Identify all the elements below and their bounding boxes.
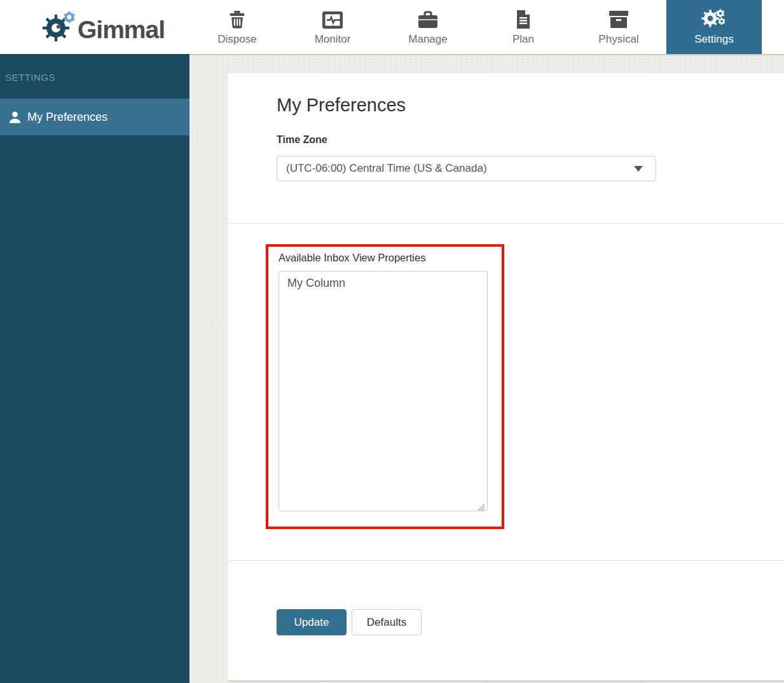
gimmal-gears-icon — [41, 9, 81, 46]
monitor-icon — [322, 9, 343, 29]
page-title: My Preferences — [277, 95, 406, 116]
update-button[interactable]: Update — [277, 609, 347, 635]
briefcase-icon — [417, 9, 439, 29]
nav-label: Manage — [408, 33, 447, 46]
nav-item-dispose[interactable]: Dispose — [189, 0, 285, 54]
document-icon — [515, 9, 532, 29]
timezone-select[interactable]: (UTC-06:00) Central Time (US & Canada) — [277, 156, 656, 181]
preferences-panel: My Preferences Time Zone (UTC-06:00) Cen… — [228, 73, 784, 682]
archive-box-icon — [608, 9, 629, 29]
nav-item-physical[interactable]: Physical — [571, 0, 666, 54]
annotation-highlight-box: Available Inbox View Properties My Colum… — [266, 244, 504, 529]
nav-item-monitor[interactable]: Monitor — [285, 0, 380, 54]
inbox-properties-listbox[interactable]: My Column — [279, 271, 488, 511]
action-button-row: Update Defaults — [277, 609, 422, 635]
top-navigation-bar: Gimmal Dispose — [0, 0, 784, 54]
nav-label: Dispose — [217, 33, 256, 46]
nav-label: Plan — [512, 33, 534, 46]
inbox-properties-label: Available Inbox View Properties — [279, 252, 425, 264]
sidebar-section-header: SETTINGS — [0, 54, 189, 83]
defaults-button[interactable]: Defaults — [352, 609, 422, 635]
chevron-down-icon — [634, 166, 643, 172]
primary-nav: Dispose Monitor — [189, 0, 762, 54]
user-icon — [8, 111, 22, 124]
app-window: Gimmal Dispose — [0, 0, 784, 683]
nav-label: Settings — [694, 33, 733, 46]
content-background: My Preferences Time Zone (UTC-06:00) Cen… — [189, 54, 784, 683]
gimmal-logo[interactable]: Gimmal — [41, 0, 165, 54]
nav-item-plan[interactable]: Plan — [476, 0, 571, 54]
brand-name: Gimmal — [78, 16, 165, 44]
gears-icon — [701, 9, 727, 29]
sidebar-item-label: My Preferences — [27, 111, 107, 124]
section-divider — [228, 223, 784, 224]
list-item[interactable]: My Column — [287, 277, 487, 290]
timezone-label: Time Zone — [277, 134, 327, 146]
trash-icon — [228, 9, 247, 29]
settings-sidebar: SETTINGS My Preferences — [0, 54, 189, 683]
timezone-selected-value: (UTC-06:00) Central Time (US & Canada) — [286, 162, 634, 175]
resize-grip-icon[interactable] — [478, 502, 485, 508]
nav-item-settings[interactable]: Settings — [666, 0, 762, 54]
nav-item-manage[interactable]: Manage — [380, 0, 476, 54]
nav-label: Monitor — [315, 33, 351, 46]
sidebar-item-my-preferences[interactable]: My Preferences — [0, 99, 189, 135]
nav-label: Physical — [598, 33, 638, 46]
section-divider — [228, 560, 784, 561]
